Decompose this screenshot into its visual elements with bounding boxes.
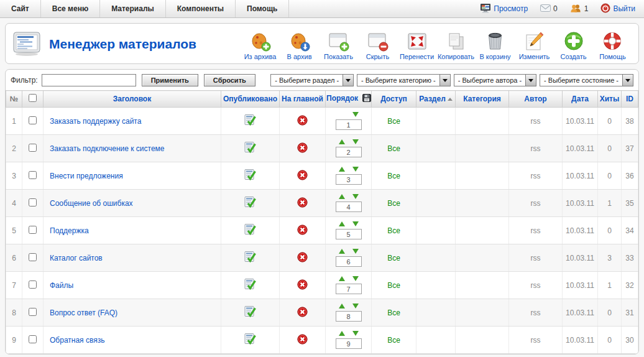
order-input[interactable] bbox=[336, 256, 362, 267]
order-input[interactable] bbox=[336, 147, 362, 157]
header-order[interactable]: Порядок bbox=[326, 91, 372, 108]
frontpage-no-icon[interactable] bbox=[297, 142, 308, 155]
order-down-icon[interactable] bbox=[352, 276, 359, 281]
article-title-link[interactable]: Внести предложения bbox=[50, 172, 123, 180]
published-icon[interactable] bbox=[244, 278, 256, 292]
row-checkbox[interactable] bbox=[29, 253, 37, 261]
menu-site[interactable]: Сайт bbox=[0, 0, 41, 17]
filter-author-select[interactable]: - Выберите автора - bbox=[454, 74, 536, 86]
order-up-icon[interactable] bbox=[339, 249, 345, 254]
header-author[interactable]: Автор bbox=[509, 91, 563, 108]
frontpage-no-icon[interactable] bbox=[297, 225, 308, 237]
order-input[interactable] bbox=[336, 119, 362, 130]
order-up-icon[interactable] bbox=[339, 331, 345, 336]
filter-category-select[interactable]: - Выберите категорию - bbox=[357, 74, 451, 86]
published-icon[interactable] bbox=[244, 169, 256, 183]
row-checkbox[interactable] bbox=[29, 335, 37, 343]
order-input[interactable] bbox=[336, 284, 362, 294]
frontpage-no-icon[interactable] bbox=[297, 115, 308, 128]
order-down-icon[interactable] bbox=[352, 249, 359, 254]
toolbar-publish-button[interactable]: Показать bbox=[319, 29, 358, 60]
published-icon[interactable] bbox=[244, 333, 256, 347]
toolbar-unarchive-button[interactable]: Из архива bbox=[241, 29, 280, 60]
order-up-icon[interactable] bbox=[339, 139, 345, 144]
published-icon[interactable] bbox=[244, 251, 256, 265]
toolbar-new-button[interactable]: Создать bbox=[554, 29, 593, 60]
article-title-link[interactable]: Обратная связь bbox=[50, 336, 104, 345]
toolbar-edit-button[interactable]: Изменить bbox=[515, 29, 554, 60]
header-title[interactable]: Заголовок bbox=[44, 91, 221, 108]
header-access[interactable]: Доступ bbox=[372, 91, 416, 108]
order-down-icon[interactable] bbox=[352, 221, 359, 226]
toolbar-help-button[interactable]: Помощь bbox=[593, 29, 632, 60]
header-date[interactable]: Дата bbox=[563, 91, 598, 108]
order-up-icon[interactable] bbox=[339, 276, 345, 281]
menu-help[interactable]: Помощь bbox=[236, 0, 289, 17]
menu-content[interactable]: Материалы bbox=[100, 0, 166, 17]
order-input[interactable] bbox=[336, 202, 362, 212]
filter-apply-button[interactable]: Применить bbox=[142, 74, 198, 86]
published-icon[interactable] bbox=[244, 305, 256, 320]
header-hits[interactable]: Хиты bbox=[598, 91, 622, 108]
menu-all-menus[interactable]: Все меню bbox=[41, 0, 100, 17]
filter-state-select[interactable]: - Выберите состояние - bbox=[540, 74, 633, 86]
frontpage-no-icon[interactable] bbox=[297, 334, 308, 346]
order-down-icon[interactable] bbox=[352, 112, 359, 117]
order-input[interactable] bbox=[336, 174, 362, 185]
published-icon[interactable] bbox=[244, 141, 256, 155]
row-checkbox[interactable] bbox=[29, 198, 37, 206]
article-title-link[interactable]: Заказать подключение к системе bbox=[50, 144, 165, 153]
logout-link[interactable]: Выйти bbox=[600, 3, 635, 15]
article-title-link[interactable]: Поддержка bbox=[50, 226, 89, 235]
row-checkbox[interactable] bbox=[29, 116, 37, 124]
toolbar-move-button[interactable]: Перенести bbox=[397, 29, 436, 60]
header-frontpage[interactable]: На главной bbox=[280, 91, 326, 108]
order-input[interactable] bbox=[336, 338, 362, 349]
order-up-icon[interactable] bbox=[339, 167, 345, 172]
save-order-icon[interactable] bbox=[362, 94, 371, 104]
order-down-icon[interactable] bbox=[352, 167, 359, 172]
filter-section-select[interactable]: - Выберите раздел - bbox=[270, 74, 354, 86]
logged-in-users-indicator[interactable]: 1 bbox=[570, 4, 589, 14]
row-checkbox[interactable] bbox=[29, 144, 37, 152]
toolbar-archive-button[interactable]: В архив bbox=[280, 29, 319, 60]
header-section[interactable]: Раздел bbox=[416, 91, 456, 108]
article-title-link[interactable]: Заказать поддержку сайта bbox=[50, 117, 141, 126]
published-icon[interactable] bbox=[244, 114, 256, 128]
order-input[interactable] bbox=[336, 311, 362, 322]
toolbar-unpublish-button[interactable]: Скрыть bbox=[358, 29, 397, 60]
messages-indicator[interactable]: 0 bbox=[540, 4, 558, 14]
row-checkbox[interactable] bbox=[29, 226, 37, 234]
published-icon[interactable] bbox=[244, 196, 256, 210]
article-title-link[interactable]: Сообщение об ошибках bbox=[50, 199, 133, 208]
order-down-icon[interactable] bbox=[352, 139, 359, 144]
order-up-icon[interactable] bbox=[339, 304, 345, 308]
frontpage-no-icon[interactable] bbox=[297, 279, 308, 292]
toolbar-copy-button[interactable]: Копировать bbox=[436, 29, 476, 60]
frontpage-no-icon[interactable] bbox=[297, 252, 308, 264]
order-input[interactable] bbox=[336, 229, 362, 239]
article-title-link[interactable]: Каталог сайтов bbox=[50, 254, 103, 262]
header-category[interactable]: Категория bbox=[456, 91, 509, 108]
preview-link[interactable]: Просмотр bbox=[480, 3, 528, 15]
menu-components[interactable]: Компоненты bbox=[166, 0, 236, 17]
filter-input[interactable] bbox=[42, 74, 136, 86]
row-checkbox[interactable] bbox=[29, 308, 37, 316]
row-checkbox[interactable] bbox=[29, 171, 37, 179]
frontpage-no-icon[interactable] bbox=[297, 197, 308, 210]
select-all-checkbox[interactable] bbox=[29, 94, 37, 102]
published-icon[interactable] bbox=[244, 223, 256, 238]
header-published[interactable]: Опубликовано bbox=[221, 91, 280, 108]
article-title-link[interactable]: Вопрос ответ (FAQ) bbox=[50, 308, 117, 317]
order-up-icon[interactable] bbox=[339, 221, 345, 226]
order-down-icon[interactable] bbox=[352, 304, 359, 308]
toolbar-trash-button[interactable]: В корзину bbox=[476, 29, 515, 60]
order-down-icon[interactable] bbox=[352, 331, 359, 336]
frontpage-no-icon[interactable] bbox=[297, 170, 308, 182]
order-down-icon[interactable] bbox=[352, 194, 359, 199]
article-title-link[interactable]: Файлы bbox=[50, 281, 73, 290]
filter-reset-button[interactable]: Сбросить bbox=[204, 74, 255, 86]
row-checkbox[interactable] bbox=[29, 280, 37, 289]
order-up-icon[interactable] bbox=[339, 194, 345, 199]
header-id[interactable]: ID bbox=[622, 91, 638, 108]
